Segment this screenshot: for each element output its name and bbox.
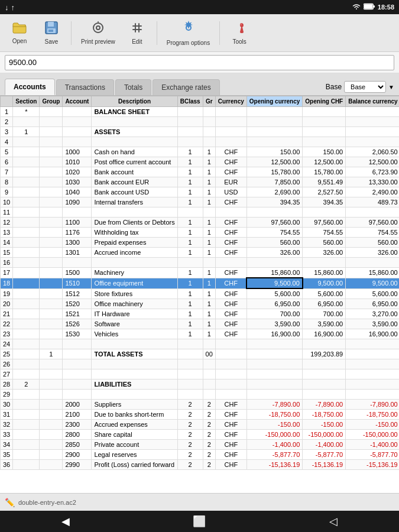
cell-description[interactable]: Share capital: [92, 430, 177, 440]
cell-description[interactable]: Machinery: [92, 268, 177, 278]
cell-opening[interactable]: 97,560.00: [246, 218, 303, 228]
table-row[interactable]: 302000Suppliers22CHF-7,890.00-7,890.00-7…: [1, 400, 400, 410]
cell-row-num[interactable]: 31: [1, 410, 13, 420]
cell-opening[interactable]: 9,500.00: [246, 278, 303, 288]
cell-bclass[interactable]: 1: [177, 268, 203, 278]
table-row[interactable]: 332800Share capital22CHF-150,000.00-150,…: [1, 430, 400, 440]
table-row[interactable]: 362990Profit (Loss) carried forward22CHF…: [1, 460, 400, 470]
cell-account[interactable]: [63, 349, 92, 359]
cell-section[interactable]: [13, 218, 40, 228]
cell-currency[interactable]: CHF: [215, 228, 246, 238]
cell-description[interactable]: [92, 369, 177, 379]
base-select[interactable]: Base Current Budget: [344, 81, 386, 93]
cell-balance[interactable]: [346, 258, 399, 268]
cell-row-num[interactable]: 3: [1, 127, 13, 137]
cell-bclass[interactable]: 2: [177, 450, 203, 460]
cell-description[interactable]: TOTAL ASSETS: [92, 349, 177, 359]
cell-gr[interactable]: 1: [203, 187, 215, 197]
cell-bclass[interactable]: [177, 379, 203, 390]
cell-account[interactable]: [63, 258, 92, 268]
cell-account[interactable]: [63, 107, 92, 117]
cell-opening[interactable]: [246, 117, 303, 127]
cell-description[interactable]: Private account: [92, 440, 177, 450]
cell-gr[interactable]: [203, 107, 215, 117]
cell-currency[interactable]: CHF: [215, 197, 246, 207]
cell-opening[interactable]: 12,500.00: [246, 157, 303, 167]
cell-row-num[interactable]: 17: [1, 268, 13, 278]
cell-description[interactable]: ASSETS: [92, 127, 177, 137]
cell-section[interactable]: [13, 197, 40, 207]
cell-opening-chf[interactable]: [303, 207, 346, 218]
cell-currency[interactable]: EUR: [215, 177, 246, 187]
cell-group[interactable]: [40, 197, 63, 207]
cell-row-num[interactable]: 18: [1, 278, 13, 288]
cell-balance[interactable]: 560.00: [346, 238, 399, 248]
cell-section[interactable]: [13, 248, 40, 258]
cell-description[interactable]: IT Hardware: [92, 309, 177, 319]
cell-row-num[interactable]: 4: [1, 137, 13, 147]
cell-account[interactable]: 2900: [63, 450, 92, 460]
cell-section[interactable]: 1: [13, 127, 40, 137]
table-row[interactable]: 352900Legal reserves22CHF-5,877.70-5,877…: [1, 450, 400, 460]
cell-bclass[interactable]: 1: [177, 238, 203, 248]
cell-section[interactable]: [13, 278, 40, 288]
cell-gr[interactable]: 2: [203, 400, 215, 410]
table-row[interactable]: 71020Bank account11CHF15,780.0015,780.00…: [1, 167, 400, 177]
cell-opening[interactable]: [246, 339, 303, 349]
cell-gr[interactable]: 1: [203, 268, 215, 278]
cell-group[interactable]: [40, 157, 63, 167]
cell-gr[interactable]: 1: [203, 147, 215, 157]
cell-opening-chf[interactable]: 700.00: [303, 309, 346, 319]
cell-balance[interactable]: 6,723.90: [346, 167, 399, 177]
cell-opening-chf[interactable]: 3,590.00: [303, 319, 346, 329]
cell-opening[interactable]: 560.00: [246, 238, 303, 248]
cell-description[interactable]: Due from Clients or Debtors: [92, 218, 177, 228]
tab-exchange-rates[interactable]: Exchange rates: [153, 79, 219, 95]
cell-account[interactable]: [63, 339, 92, 349]
cell-balance[interactable]: -18,750.00: [346, 410, 399, 420]
cell-opening[interactable]: [246, 390, 303, 400]
cell-gr[interactable]: 2: [203, 440, 215, 450]
table-row[interactable]: 191512Store fixtures11CHF5,600.005,600.0…: [1, 288, 400, 299]
cell-group[interactable]: [40, 117, 63, 127]
print-preview-button[interactable]: Print preview: [76, 19, 120, 47]
cell-bclass[interactable]: 2: [177, 430, 203, 440]
cell-gr[interactable]: [203, 339, 215, 349]
cell-opening[interactable]: [246, 107, 303, 117]
cell-description[interactable]: Suppliers: [92, 400, 177, 410]
table-row[interactable]: 251TOTAL ASSETS00199,203.89201,113.: [1, 349, 400, 359]
table-row[interactable]: 4: [1, 137, 400, 147]
cell-account[interactable]: 2000: [63, 400, 92, 410]
cell-opening-chf[interactable]: -5,877.70: [303, 450, 346, 460]
table-row[interactable]: 61010Post office current account11CHF12,…: [1, 157, 400, 167]
table-row[interactable]: 322300Accrued expenses22CHF-150.00-150.0…: [1, 420, 400, 430]
cell-row-num[interactable]: 33: [1, 430, 13, 440]
cell-currency[interactable]: CHF: [215, 319, 246, 329]
cell-balance[interactable]: [346, 117, 399, 127]
cell-row-num[interactable]: 22: [1, 319, 13, 329]
cell-opening[interactable]: -5,877.70: [246, 450, 303, 460]
table-row[interactable]: 342850Private account22CHF-1,400.00-1,40…: [1, 440, 400, 450]
cell-section[interactable]: [13, 309, 40, 319]
cell-gr[interactable]: 2: [203, 420, 215, 430]
cell-bclass[interactable]: 1: [177, 167, 203, 177]
cell-currency[interactable]: CHF: [215, 410, 246, 420]
table-row[interactable]: 16: [1, 258, 400, 268]
cell-bclass[interactable]: 2: [177, 410, 203, 420]
cell-bclass[interactable]: 2: [177, 400, 203, 410]
cell-bclass[interactable]: 1: [177, 278, 203, 288]
cell-gr[interactable]: 1: [203, 157, 215, 167]
cell-row-num[interactable]: 19: [1, 288, 13, 299]
cell-group[interactable]: [40, 278, 63, 288]
cell-description[interactable]: Due to banks short-term: [92, 410, 177, 420]
cell-opening[interactable]: 5,600.00: [246, 288, 303, 299]
cell-description[interactable]: Bank account USD: [92, 187, 177, 197]
table-row[interactable]: 2: [1, 117, 400, 127]
cell-row-num[interactable]: 11: [1, 207, 13, 218]
cell-description[interactable]: BALANCE SHEET: [92, 107, 177, 117]
cell-opening-chf[interactable]: -15,136.19: [303, 460, 346, 470]
tab-totals[interactable]: Totals: [115, 79, 151, 95]
cell-opening[interactable]: [246, 349, 303, 359]
cell-gr[interactable]: 1: [203, 238, 215, 248]
cell-opening-chf[interactable]: [303, 258, 346, 268]
